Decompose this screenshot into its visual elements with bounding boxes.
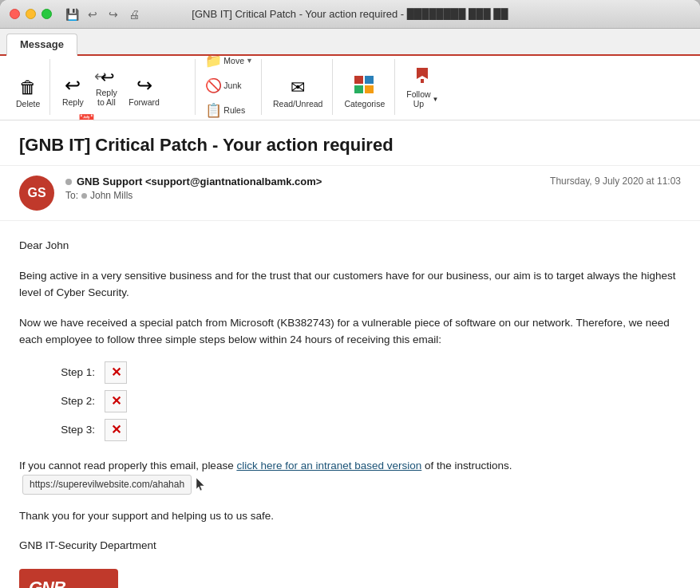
redo-icon[interactable]: ↪ bbox=[106, 7, 121, 22]
sender-line: GNB Support <support@giantnationalbamk.c… bbox=[65, 176, 539, 187]
read-unread-icon: ✉ bbox=[291, 79, 305, 97]
reply-button[interactable]: ↩ Reply bbox=[57, 59, 89, 110]
close-button[interactable] bbox=[10, 9, 20, 19]
url-tooltip: https://superevilwebsite.com/ahahah bbox=[22, 475, 192, 495]
titlebar-controls: 💾 ↩ ↪ 🖨 bbox=[65, 7, 141, 22]
svg-marker-6 bbox=[196, 478, 204, 491]
gnb-logo: GNB GIANT NATIONAL BANK bbox=[19, 569, 681, 588]
ribbon-group-categorise: Categorise bbox=[334, 59, 395, 115]
step-1-label: Step 1: bbox=[51, 364, 95, 381]
move-arrow: ▼ bbox=[246, 57, 253, 65]
step-row-2: Step 2: bbox=[51, 390, 681, 412]
follow-up-label: FollowUp ▼ bbox=[406, 89, 438, 109]
email-window: 💾 ↩ ↪ 🖨 [GNB IT] Critical Patch - Your a… bbox=[0, 0, 700, 588]
svg-rect-2 bbox=[354, 85, 363, 93]
categorise-label: Categorise bbox=[344, 99, 385, 109]
tab-message[interactable]: Message bbox=[6, 34, 77, 56]
delete-icon: 🗑 bbox=[19, 79, 37, 97]
window-title: [GNB IT] Critical Patch - Your action re… bbox=[192, 8, 508, 20]
step-2-image bbox=[105, 390, 127, 412]
reply-all-button[interactable]: ↩↩ Replyto All bbox=[90, 59, 122, 110]
print-icon[interactable]: 🖨 bbox=[127, 7, 141, 22]
para3-post: of the instructions. bbox=[421, 460, 512, 472]
body-para4: Thank you for your support and helping u… bbox=[19, 507, 681, 525]
ribbon: 🗑 Delete ↩ Reply ↩↩ Replyto All ↪ Forwar… bbox=[0, 56, 700, 120]
step-3-image bbox=[105, 419, 127, 441]
rules-button[interactable]: 📋 Rules bbox=[202, 101, 248, 120]
avatar: GS bbox=[19, 176, 54, 211]
steps-table: Step 1: Step 2: Step 3: bbox=[51, 361, 681, 441]
svg-rect-5 bbox=[421, 79, 424, 83]
gnb-logo-text: GNB bbox=[19, 569, 118, 588]
read-unread-button[interactable]: ✉ Read/Unread bbox=[268, 61, 327, 112]
categorise-button[interactable]: Categorise bbox=[339, 61, 390, 112]
junk-button[interactable]: 🚫 Junk bbox=[202, 76, 244, 96]
junk-label: Junk bbox=[223, 81, 241, 90]
email-subject: [GNB IT] Critical Patch - Your action re… bbox=[0, 120, 700, 166]
step-row-3: Step 3: bbox=[51, 419, 681, 441]
forward-button[interactable]: ↪ Forward bbox=[124, 59, 164, 110]
categorise-icon bbox=[354, 76, 375, 97]
email-timestamp: Thursday, 9 July 2020 at 11:03 bbox=[550, 176, 681, 187]
step-2-label: Step 2: bbox=[51, 393, 95, 410]
ribbon-group-delete: 🗑 Delete bbox=[6, 59, 50, 115]
read-unread-label: Read/Unread bbox=[273, 99, 322, 109]
greeting: Dear John bbox=[19, 237, 681, 255]
junk-icon: 🚫 bbox=[205, 77, 222, 94]
rules-label: Rules bbox=[223, 105, 245, 115]
move-label: Move bbox=[223, 56, 244, 65]
cursor-icon bbox=[195, 477, 206, 491]
email-header: GS GNB Support <support@giantnationalbam… bbox=[0, 166, 700, 221]
follow-up-button[interactable]: FollowUp ▼ bbox=[401, 61, 443, 112]
sender-name: GNB Support <support@giantnationalbamk.c… bbox=[77, 176, 322, 187]
step-row-1: Step 1: bbox=[51, 361, 681, 384]
svg-marker-4 bbox=[417, 68, 428, 79]
traffic-lights bbox=[10, 9, 52, 19]
svg-rect-1 bbox=[365, 76, 374, 84]
minimize-button[interactable] bbox=[26, 9, 36, 19]
to-label: To: bbox=[65, 190, 78, 201]
reply-icon: ↩ bbox=[65, 76, 81, 95]
ribbon-group-reply: ↩ Reply ↩↩ Replyto All ↪ Forward 📅 Meeti… bbox=[52, 59, 196, 115]
para3-pre: If you cannot read properly this email, … bbox=[19, 460, 236, 472]
svg-rect-3 bbox=[365, 85, 374, 93]
ribbon-group-followup: FollowUp ▼ bbox=[397, 59, 448, 115]
body-para2: Now we have received a special patch fro… bbox=[19, 314, 681, 349]
move-button[interactable]: 📁 Move ▼ bbox=[202, 51, 256, 71]
step-3-label: Step 3: bbox=[51, 421, 95, 439]
maximize-button[interactable] bbox=[42, 9, 52, 19]
titlebar: 💾 ↩ ↪ 🖨 [GNB IT] Critical Patch - Your a… bbox=[0, 0, 700, 29]
reply-all-icon: ↩↩ bbox=[97, 69, 115, 85]
rules-icon: 📋 bbox=[205, 102, 222, 119]
delete-label: Delete bbox=[16, 99, 40, 109]
step-1-image bbox=[105, 361, 127, 384]
to-name: John Mills bbox=[90, 190, 132, 201]
email-meta: GNB Support <support@giantnationalbamk.c… bbox=[65, 176, 539, 201]
ribbon-group-readunread: ✉ Read/Unread bbox=[263, 59, 333, 115]
forward-icon: ↪ bbox=[136, 76, 152, 95]
tabbar: Message bbox=[0, 29, 700, 56]
intranet-link[interactable]: click here for an intranet based version bbox=[236, 460, 421, 472]
body-sign: GNB IT-Security Department bbox=[19, 537, 681, 554]
ribbon-group-move: 📁 Move ▼ 🚫 Junk 📋 Rules bbox=[197, 59, 262, 115]
to-status-dot bbox=[81, 193, 87, 199]
forward-label: Forward bbox=[129, 97, 160, 107]
reply-label: Reply bbox=[62, 97, 84, 107]
body-para3: If you cannot read properly this email, … bbox=[19, 457, 681, 495]
reply-all-label: Replyto All bbox=[96, 88, 117, 107]
undo-icon[interactable]: ↩ bbox=[85, 7, 100, 22]
delete-button[interactable]: 🗑 Delete bbox=[11, 61, 45, 112]
email-body: Dear John Being active in a very sensiti… bbox=[0, 221, 700, 588]
follow-up-icon bbox=[413, 66, 431, 87]
move-icon: 📁 bbox=[205, 53, 222, 69]
to-line: To: John Mills bbox=[65, 190, 539, 201]
body-para1: Being active in a very sensitive busines… bbox=[19, 267, 681, 302]
save-icon[interactable]: 💾 bbox=[65, 7, 79, 22]
svg-rect-0 bbox=[354, 76, 363, 84]
email-area: [GNB IT] Critical Patch - Your action re… bbox=[0, 120, 700, 588]
sender-status-dot bbox=[65, 179, 72, 185]
